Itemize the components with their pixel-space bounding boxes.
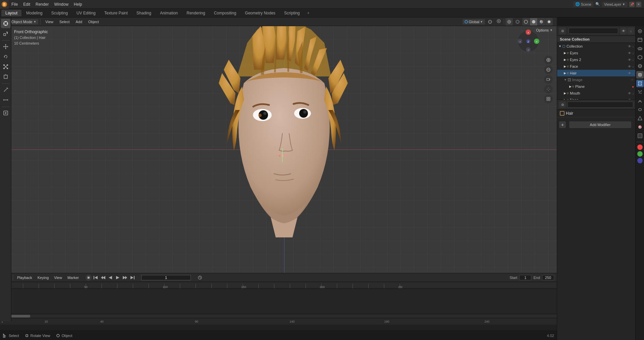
menu-render[interactable]: Render bbox=[33, 1, 51, 8]
tool-rotate[interactable] bbox=[1, 52, 10, 61]
start-frame-input[interactable] bbox=[519, 275, 531, 280]
tree-item-eyes2[interactable]: ▶ ▿ Eyes 2 👁 ↓ bbox=[557, 56, 635, 63]
tool-select-box[interactable] bbox=[1, 29, 10, 38]
zoom-in-btn[interactable] bbox=[544, 56, 553, 64]
current-frame-input[interactable]: 1 bbox=[141, 275, 191, 280]
viewport-options-btn[interactable]: Options ▼ bbox=[533, 27, 555, 33]
view-layer-selector[interactable]: ViewLayer ▼ bbox=[602, 2, 627, 7]
properties-search[interactable] bbox=[567, 102, 633, 108]
add-workspace-tab[interactable]: + bbox=[305, 10, 312, 16]
eyes2-vis-select[interactable]: ↓ bbox=[632, 58, 634, 62]
tab-animation[interactable]: Animation bbox=[156, 10, 182, 16]
prop-object-data-icon[interactable] bbox=[636, 115, 644, 122]
collection-expand[interactable]: ▼ bbox=[558, 45, 561, 48]
camera-view-btn[interactable] bbox=[544, 75, 553, 84]
prop-scene-icon[interactable] bbox=[636, 54, 644, 61]
mouth-vis-eye[interactable]: 👁 bbox=[628, 92, 631, 95]
timeline-menu-keying[interactable]: Keying bbox=[36, 275, 50, 280]
eyes-vis-eye[interactable]: 👁 bbox=[628, 51, 631, 55]
add-modifier-btn[interactable]: Add Modifier bbox=[569, 121, 631, 128]
tool-transform[interactable] bbox=[1, 72, 10, 81]
viewport[interactable]: Front Orthographic (1) Collection | Hair… bbox=[11, 26, 557, 273]
prop-particles-icon[interactable] bbox=[636, 89, 644, 96]
rendered-shading[interactable] bbox=[545, 18, 553, 25]
collection-vis-eye[interactable]: 👁 bbox=[628, 45, 631, 48]
menu-help[interactable]: Help bbox=[71, 1, 85, 8]
object-mode-selector[interactable]: Object Mode ▼ bbox=[9, 19, 38, 24]
tab-rendering[interactable]: Rendering bbox=[182, 10, 209, 16]
prop-output-icon[interactable] bbox=[636, 36, 644, 44]
timeline-track-area[interactable] bbox=[0, 289, 557, 314]
search-btn[interactable]: 🔍 bbox=[595, 2, 600, 6]
plane-vis-dot[interactable]: ● bbox=[632, 85, 634, 89]
image-expand[interactable]: ▼ bbox=[564, 78, 567, 81]
scene-selector[interactable]: 🌐 Scene bbox=[573, 1, 593, 7]
prop-material-icon[interactable] bbox=[636, 123, 644, 131]
tool-add-object[interactable] bbox=[1, 108, 10, 118]
collection-vis-select[interactable]: ↓ bbox=[632, 45, 634, 48]
tab-geometry-nodes[interactable]: Geometry Nodes bbox=[241, 10, 279, 16]
outliner-filter-btn[interactable]: ⚙ bbox=[559, 27, 566, 34]
eyes2-vis-eye[interactable]: 👁 bbox=[628, 58, 631, 62]
view-menu[interactable]: View bbox=[43, 19, 56, 24]
outliner-vis-toggle[interactable]: 👁 bbox=[620, 27, 627, 34]
object-menu[interactable]: Object bbox=[86, 19, 102, 24]
timeline-scrollbar[interactable] bbox=[0, 314, 557, 318]
prop-modifier-icon[interactable] bbox=[636, 80, 644, 87]
tab-texture-paint[interactable]: Texture Paint bbox=[100, 10, 132, 16]
jump-end-btn[interactable] bbox=[129, 274, 136, 281]
texture-color-indicator[interactable] bbox=[637, 158, 643, 163]
solid-shading[interactable] bbox=[530, 18, 537, 25]
tool-measure[interactable] bbox=[1, 95, 10, 105]
outliner-search[interactable] bbox=[569, 28, 618, 34]
stop-btn[interactable] bbox=[86, 275, 92, 281]
tool-annotate[interactable] bbox=[1, 85, 10, 95]
tab-shading[interactable]: Shading bbox=[132, 10, 155, 16]
tab-compositing[interactable]: Compositing bbox=[210, 10, 240, 16]
tab-scripting[interactable]: Scripting bbox=[280, 10, 304, 16]
select-menu[interactable]: Select bbox=[57, 19, 72, 24]
play-reverse-btn[interactable] bbox=[107, 274, 114, 281]
play-forward-btn[interactable] bbox=[114, 274, 121, 281]
snap-toggle[interactable] bbox=[486, 19, 494, 25]
timeline-menu-marker[interactable]: Marker bbox=[66, 275, 80, 280]
tab-modeling[interactable]: Modeling bbox=[22, 10, 47, 16]
face-vis-select[interactable]: ↓ bbox=[632, 65, 634, 68]
image-vis-eye[interactable]: 👁 bbox=[631, 78, 634, 82]
add-modifier-icon-btn[interactable]: + bbox=[559, 121, 566, 128]
menu-window[interactable]: Window bbox=[51, 1, 71, 8]
prop-texture-icon[interactable] bbox=[636, 132, 644, 139]
tree-item-eyes[interactable]: ▶ ▿ Eyes 👁 ↓ bbox=[557, 50, 635, 56]
tree-item-mouth[interactable]: ▶ ▿ Mouth 👁 ↓ bbox=[557, 90, 635, 97]
tool-cursor[interactable] bbox=[1, 19, 10, 28]
prop-object-icon[interactable] bbox=[636, 71, 644, 78]
tree-item-face[interactable]: ▶ ▿ Face 👁 ↓ bbox=[557, 63, 635, 70]
timeline-menu-playback[interactable]: Playback bbox=[16, 275, 34, 280]
overlays-btn[interactable] bbox=[505, 18, 513, 25]
end-frame-input[interactable] bbox=[542, 275, 554, 280]
grid-view-btn[interactable] bbox=[544, 95, 553, 103]
timeline-menu-view[interactable]: View bbox=[53, 275, 63, 280]
proportional-edit[interactable] bbox=[495, 18, 502, 25]
jump-start-btn[interactable] bbox=[92, 274, 99, 281]
timeline-ruler[interactable]: 1 bbox=[0, 282, 557, 289]
step-forward-btn[interactable] bbox=[122, 274, 128, 281]
face-expand[interactable]: ▶ bbox=[564, 65, 566, 68]
active-color-indicator[interactable] bbox=[637, 145, 643, 150]
add-menu[interactable]: Add bbox=[73, 19, 85, 24]
menu-file[interactable]: File bbox=[9, 1, 20, 8]
outliner-restrict-toggle[interactable]: ↓ bbox=[628, 27, 634, 34]
tab-sculpting[interactable]: Sculpting bbox=[47, 10, 72, 16]
zoom-out-btn[interactable] bbox=[544, 65, 553, 74]
transform-orientation[interactable]: Global ▼ bbox=[463, 19, 485, 24]
lookdev-shading[interactable] bbox=[538, 18, 545, 25]
prop-world-icon[interactable] bbox=[636, 62, 644, 70]
status-select[interactable]: Select bbox=[3, 333, 19, 338]
menu-edit[interactable]: Edit bbox=[20, 1, 33, 8]
wireframe-shading[interactable] bbox=[522, 18, 530, 25]
plane-expand[interactable]: ▶ bbox=[569, 85, 572, 88]
tool-scale[interactable] bbox=[1, 62, 10, 71]
tree-item-plane[interactable]: ▶ ▿ Plane ● bbox=[557, 83, 635, 90]
status-object[interactable]: Object bbox=[56, 333, 72, 338]
eyes-vis-select[interactable]: ↓ bbox=[632, 51, 634, 55]
